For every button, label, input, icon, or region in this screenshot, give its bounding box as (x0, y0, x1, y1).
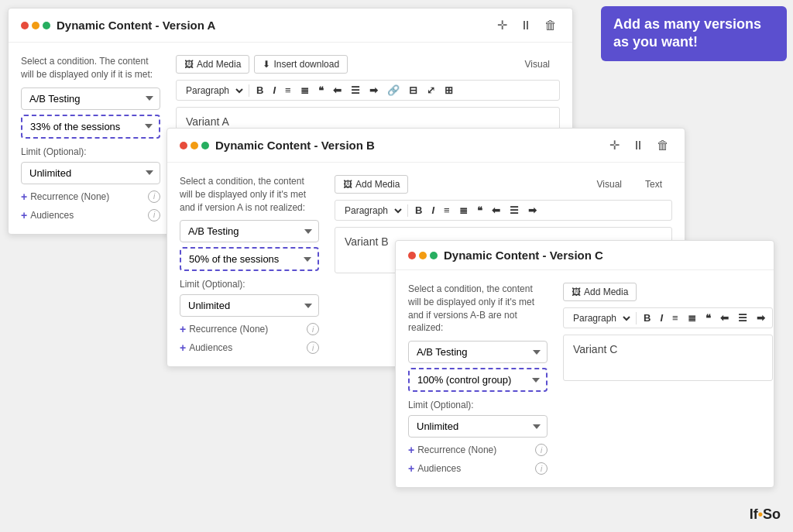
recurrence-plus-a: + (21, 190, 27, 203)
dot-red-c (408, 252, 416, 259)
editor-c: 🖼 Add Media Paragraph B I ≡ ≣ ❝ ⬅ ☰ ➡ Va… (563, 283, 773, 475)
add-media-icon-c: 🖼 (572, 287, 581, 297)
move-btn-b[interactable]: ✛ (606, 136, 623, 154)
toolbar-a: 🖼 Add Media ⬇ Insert download Visual (176, 55, 560, 74)
pause-btn-b[interactable]: ⏸ (629, 137, 647, 154)
quote-btn-c[interactable]: ❝ (702, 310, 715, 326)
ol-btn-c[interactable]: ≣ (684, 310, 700, 326)
delete-btn-b[interactable]: 🗑 (654, 137, 672, 154)
audiences-row-a[interactable]: + Audiences i (21, 209, 160, 221)
ol-btn-a[interactable]: ≣ (297, 82, 313, 98)
italic-btn-c[interactable]: I (656, 310, 667, 326)
paragraph-select-a[interactable]: Paragraph (180, 83, 245, 98)
table-btn-a[interactable]: ⊞ (441, 82, 457, 98)
expand-btn-a[interactable]: ⤢ (423, 82, 439, 98)
separator-btn-a[interactable]: ⊟ (405, 82, 421, 98)
session-dropdown-c[interactable]: 100% (control group) (410, 369, 546, 390)
condition-dropdown-b[interactable]: A/B Testing (180, 220, 319, 242)
add-media-label-b: Add Media (355, 179, 400, 190)
paragraph-select-b[interactable]: Paragraph (338, 203, 404, 218)
content-area-c[interactable]: Variant C (563, 335, 773, 381)
toolbar-b: 🖼 Add Media Visual Text (335, 175, 672, 194)
card-title-text-c: Dynamic Content - Version C (444, 249, 603, 262)
visual-tab-a[interactable]: Visual (515, 55, 560, 74)
session-dropdown-wrapper-c: 100% (control group) (408, 368, 548, 392)
add-media-btn-c[interactable]: 🖼 Add Media (563, 283, 637, 301)
italic-btn-b[interactable]: I (427, 202, 438, 218)
paragraph-select-c[interactable]: Paragraph (567, 311, 633, 326)
add-media-btn-b[interactable]: 🖼 Add Media (335, 175, 408, 194)
text-tab-b[interactable]: Text (635, 175, 672, 194)
audiences-plus-a: + (21, 209, 27, 221)
add-media-btn-a[interactable]: 🖼 Add Media (176, 55, 249, 74)
align-center-btn-b[interactable]: ☰ (506, 202, 523, 218)
divider-1-c (636, 312, 637, 324)
bold-btn-b[interactable]: B (411, 202, 426, 218)
align-right-btn-b[interactable]: ➡ (524, 202, 541, 218)
delete-btn-a[interactable]: 🗑 (541, 17, 560, 34)
ol-btn-b[interactable]: ≣ (455, 202, 472, 218)
align-right-btn-c[interactable]: ➡ (753, 310, 769, 326)
recurrence-row-b[interactable]: + Recurrence (None) i (180, 323, 319, 335)
callout-text: Add as many versions as you want! (613, 16, 761, 50)
limit-label-b: Limit (Optional): (180, 279, 319, 290)
quote-btn-b[interactable]: ❝ (473, 202, 486, 218)
dot-yellow-c (419, 252, 427, 259)
condition-dropdown-c[interactable]: A/B Testing (408, 341, 548, 363)
audiences-label-a: Audiences (30, 210, 74, 221)
recurrence-label-c: Recurrence (None) (417, 444, 496, 455)
italic-btn-a[interactable]: I (269, 82, 280, 98)
align-center-btn-c[interactable]: ☰ (734, 310, 751, 326)
recurrence-info-c: i (535, 444, 548, 456)
align-right-btn-a[interactable]: ➡ (366, 82, 382, 98)
pause-btn-a[interactable]: ⏸ (517, 17, 535, 34)
window-dots-a (21, 22, 50, 29)
insert-download-label-a: Insert download (273, 59, 339, 70)
quote-btn-a[interactable]: ❝ (314, 82, 328, 98)
format-toolbar-a: Paragraph B I ≡ ≣ ❝ ⬅ ☰ ➡ 🔗 ⊟ ⤢ ⊞ (176, 80, 560, 101)
link-btn-a[interactable]: 🔗 (383, 82, 403, 98)
move-btn-a[interactable]: ✛ (494, 16, 510, 34)
window-dots-c (408, 252, 438, 259)
condition-label-c: Select a condition, the content will be … (408, 283, 548, 335)
recurrence-label-a: Recurrence (None) (30, 191, 109, 202)
logo-text: If•So (750, 506, 781, 522)
card-actions-a: ✛ ⏸ 🗑 (494, 16, 560, 34)
audiences-info-b: i (307, 342, 319, 354)
align-left-btn-a[interactable]: ⬅ (329, 82, 345, 98)
align-left-btn-b[interactable]: ⬅ (488, 202, 504, 218)
sidebar-a: Select a condition. The content will be … (21, 55, 160, 221)
ul-btn-b[interactable]: ≡ (440, 202, 454, 218)
recurrence-label-b: Recurrence (None) (189, 324, 268, 335)
condition-label-a: Select a condition. The content will be … (21, 55, 160, 81)
card-body-c: Select a condition, the content will be … (396, 270, 774, 487)
ul-btn-c[interactable]: ≡ (668, 310, 682, 326)
format-toolbar-c: Paragraph B I ≡ ≣ ❝ ⬅ ☰ ➡ (563, 307, 773, 328)
insert-download-btn-a[interactable]: ⬇ Insert download (254, 55, 348, 74)
session-dropdown-b[interactable]: 50% of the sessions (181, 249, 318, 269)
insert-download-icon-a: ⬇ (263, 59, 270, 70)
audiences-info-a: i (148, 209, 160, 221)
align-center-btn-a[interactable]: ☰ (347, 82, 364, 98)
recurrence-row-a[interactable]: + Recurrence (None) i (21, 190, 160, 203)
bold-btn-c[interactable]: B (640, 310, 654, 326)
dot-red-b (180, 142, 187, 149)
card-title-text-a: Dynamic Content - Version A (57, 19, 215, 32)
ul-btn-a[interactable]: ≡ (281, 82, 295, 98)
card-header-c: Dynamic Content - Version C (396, 241, 774, 270)
limit-dropdown-a[interactable]: Unlimited (21, 162, 160, 184)
toolbar-c: 🖼 Add Media (563, 283, 773, 301)
bold-btn-a[interactable]: B (252, 82, 267, 98)
limit-dropdown-c[interactable]: Unlimited (408, 415, 548, 438)
recurrence-plus-c: + (408, 444, 414, 456)
limit-dropdown-b[interactable]: Unlimited (180, 294, 319, 317)
card-header-a: Dynamic Content - Version A ✛ ⏸ 🗑 (9, 9, 572, 43)
visual-tab-b[interactable]: Visual (587, 175, 632, 194)
align-left-btn-c[interactable]: ⬅ (716, 310, 733, 326)
recurrence-row-c[interactable]: + Recurrence (None) i (408, 444, 548, 456)
audiences-row-b[interactable]: + Audiences i (180, 342, 319, 354)
add-media-label-c: Add Media (584, 287, 628, 297)
condition-dropdown-a[interactable]: A/B Testing (21, 88, 160, 110)
audiences-row-c[interactable]: + Audiences i (408, 462, 548, 475)
session-dropdown-a[interactable]: 33% of the sessions (22, 116, 159, 137)
